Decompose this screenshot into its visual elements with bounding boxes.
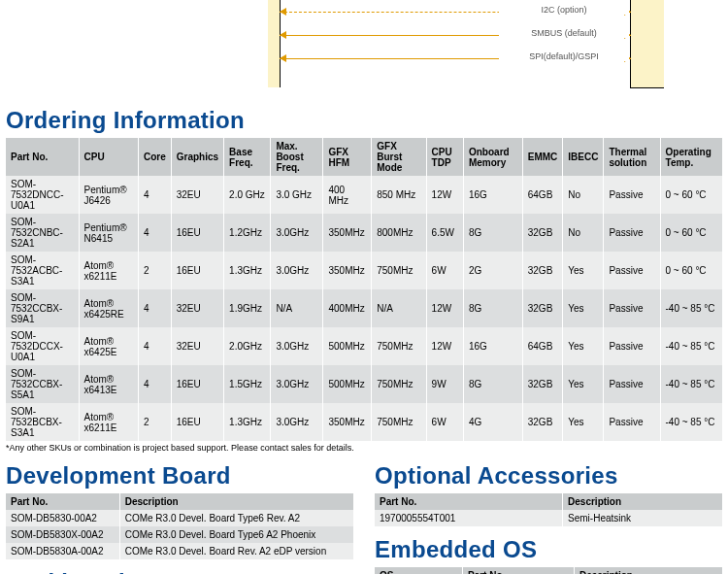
table-header: IBECC: [563, 138, 604, 176]
table-cell: 3.0GHz: [271, 403, 323, 441]
table-cell: -40 ~ 85 °C: [660, 403, 722, 441]
table-cell: 350MHz: [323, 252, 372, 289]
devboard-table: Part No.Description SOM-DB5830-00A2COMe …: [6, 493, 353, 559]
accessories-heading: Optional Accessories: [375, 462, 722, 490]
table-cell: Passive: [604, 403, 660, 441]
bus-diagram: I2C (option) SMBUS (default) SPI(default…: [0, 0, 728, 97]
table-cell: Yes: [563, 403, 604, 441]
table-cell: 350MHz: [323, 403, 372, 441]
table-cell: SOM-7532CNBC-S2A1: [6, 214, 79, 252]
table-cell: Passive: [604, 327, 660, 365]
table-cell: 9W: [426, 365, 463, 403]
table-cell: 6W: [426, 252, 463, 289]
table-header: Description: [119, 493, 353, 510]
table-row: SOM-7532DCCX-U0A1Atom® x6425E432EU2.0GHz…: [6, 327, 722, 365]
bus-label-i2c: I2C (option): [499, 5, 629, 15]
table-cell: 1.3GHz: [224, 403, 271, 441]
table-cell: SOM-7532ACBC-S3A1: [6, 252, 79, 289]
table-cell: 500MHz: [323, 327, 372, 365]
table-cell: SOM-7532CCBX-S9A1: [6, 289, 79, 327]
table-cell: 12W: [426, 327, 463, 365]
table-cell: 750MHz: [372, 365, 426, 403]
table-header: Graphics: [171, 138, 223, 176]
table-cell: Passive: [604, 214, 660, 252]
table-cell: Yes: [563, 327, 604, 365]
arrow-left-icon: [280, 31, 286, 39]
table-cell: 8G: [463, 289, 522, 327]
table-cell: -40 ~ 85 °C: [660, 289, 722, 327]
table-header: OS: [375, 567, 463, 574]
table-cell: 32EU: [171, 327, 223, 365]
table-cell: 32GB: [522, 289, 563, 327]
table-cell: 3.0 GHz: [271, 176, 323, 214]
table-cell: 3.0GHz: [271, 365, 323, 403]
table-cell: 1.9GHz: [224, 289, 271, 327]
table-cell: 8G: [463, 214, 522, 252]
table-row: SOM-7532CCBX-S9A1Atom® x6425RE432EU1.9GH…: [6, 289, 722, 327]
table-cell: N/A: [271, 289, 323, 327]
table-cell: Atom® x6211E: [79, 252, 138, 289]
table-cell: 4G: [463, 403, 522, 441]
table-cell: 1970005554T001: [375, 510, 563, 526]
table-cell: 3.0GHz: [271, 327, 323, 365]
table-cell: -40 ~ 85 °C: [660, 365, 722, 403]
table-cell: SOM-DB5830X-00A2: [6, 526, 119, 543]
table-row: SOM-7532CNBC-S2A1Pentium® N6415416EU1.2G…: [6, 214, 722, 252]
table-cell: 16G: [463, 327, 522, 365]
table-row: SOM-DB5830A-00A2COMe R3.0 Devel. Board R…: [6, 543, 353, 559]
table-cell: 8G: [463, 365, 522, 403]
table-cell: 3.0GHz: [271, 252, 323, 289]
table-cell: 16EU: [171, 365, 223, 403]
table-cell: Atom® x6425RE: [79, 289, 138, 327]
table-cell: 750MHz: [372, 327, 426, 365]
accessories-table: Part No.Description 1970005554T001Semi-H…: [375, 493, 722, 526]
table-cell: COMe R3.0 Devel. Board Rev. A2 eDP versi…: [119, 543, 353, 559]
table-header: Description: [563, 493, 722, 510]
table-cell: 2.0GHz: [224, 327, 271, 365]
table-cell: 2: [138, 252, 171, 289]
table-cell: 750MHz: [372, 252, 426, 289]
table-header: Part No.: [6, 138, 79, 176]
table-row: SOM-DB5830-00A2COMe R3.0 Devel. Board Ty…: [6, 510, 353, 526]
table-header: Operating Temp.: [660, 138, 722, 176]
table-cell: Passive: [604, 289, 660, 327]
table-cell: 1.3GHz: [224, 252, 271, 289]
table-cell: 2G: [463, 252, 522, 289]
embedded-heading: Embedded OS: [375, 536, 722, 563]
ordering-table: Part No.CPUCoreGraphicsBase Freq.Max. Bo…: [6, 138, 722, 441]
table-header: Onboard Memory: [463, 138, 522, 176]
table-cell: 2.0 GHz: [224, 176, 271, 214]
arrow-left-icon: [280, 8, 286, 16]
table-cell: Passive: [604, 252, 660, 289]
table-cell: COMe R3.0 Devel. Board Type6 A2 Phoenix: [119, 526, 353, 543]
table-cell: Yes: [563, 289, 604, 327]
table-cell: -40 ~ 85 °C: [660, 327, 722, 365]
table-cell: 6W: [426, 403, 463, 441]
bus-label-smbus: SMBUS (default): [499, 28, 629, 38]
table-cell: SOM-7532DCCX-U0A1: [6, 327, 79, 365]
table-cell: 350MHz: [323, 214, 372, 252]
table-cell: Passive: [604, 176, 660, 214]
ordering-note: *Any other SKUs or combination is projec…: [6, 443, 722, 453]
table-cell: COMe R3.0 Devel. Board Type6 Rev. A2: [119, 510, 353, 526]
table-row: SOM-DB5830X-00A2COMe R3.0 Devel. Board T…: [6, 526, 353, 543]
table-cell: Atom® x6413E: [79, 365, 138, 403]
table-header: Core: [138, 138, 171, 176]
table-cell: SOM-DB5830A-00A2: [6, 543, 119, 559]
table-cell: 400MHz: [323, 289, 372, 327]
table-cell: 1.5GHz: [224, 365, 271, 403]
table-cell: 2: [138, 403, 171, 441]
table-cell: 3.0GHz: [271, 214, 323, 252]
table-row: SOM-7532BCBX-S3A1Atom® x6211E216EU1.3GHz…: [6, 403, 722, 441]
table-cell: N/A: [372, 289, 426, 327]
table-cell: SOM-7532BCBX-S3A1: [6, 403, 79, 441]
table-cell: 32EU: [171, 176, 223, 214]
table-cell: 12W: [426, 176, 463, 214]
table-cell: 16EU: [171, 403, 223, 441]
table-cell: 4: [138, 327, 171, 365]
table-header: Part No.: [6, 493, 119, 510]
table-header: CPU: [79, 138, 138, 176]
table-cell: 12W: [426, 289, 463, 327]
table-cell: 4: [138, 365, 171, 403]
table-cell: Passive: [604, 365, 660, 403]
